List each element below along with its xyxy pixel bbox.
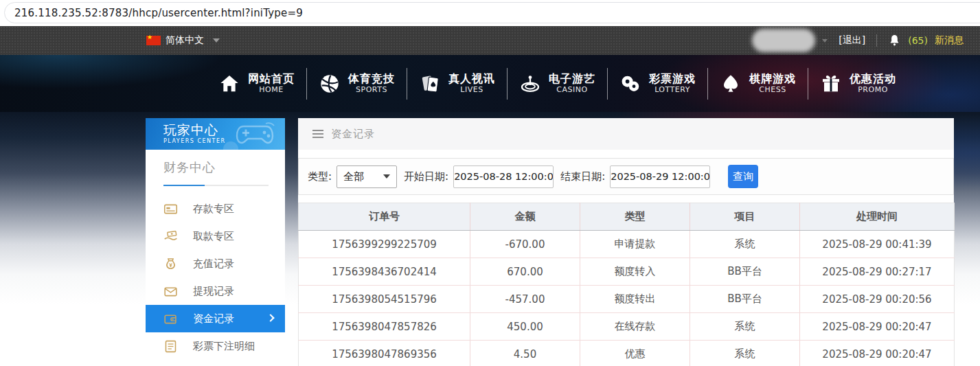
nav-label-zh: 真人视讯 [448, 72, 495, 85]
nav-divider [607, 68, 608, 100]
sidebar-item-label: 彩票下注明细 [193, 340, 255, 353]
sidebar-item-withdraw-zone[interactable]: 取款专区 [146, 222, 285, 250]
bell-icon[interactable] [888, 34, 901, 47]
envelope-money-icon [163, 284, 178, 299]
funds-records-table: 订单号 金额 类型 项目 处理时间 1756399299225709 -670.… [298, 203, 955, 366]
order-no-cell: 1756398047857826 [299, 313, 470, 341]
nav-item-sports[interactable]: 体育竞技 SPORTS [319, 72, 395, 95]
type-cell: 优惠 [580, 341, 690, 366]
nav-label-zh: 体育竞技 [348, 72, 395, 85]
roulette-icon [519, 73, 541, 95]
china-flag-icon: ★ [146, 36, 161, 45]
amount-cell: -670.00 [470, 231, 580, 258]
end-date-input[interactable] [610, 165, 710, 188]
hamburger-icon[interactable] [312, 130, 323, 138]
nav-item-lives[interactable]: 真人视讯 LIVES [419, 72, 495, 95]
type-label: 类型: [308, 170, 332, 183]
nav-label-zh: 彩票游戏 [649, 72, 696, 85]
sidebar-section: 财务中心 [146, 150, 285, 186]
time-cell: 2025-08-29 00:41:39 [800, 231, 955, 258]
end-date-label: 结束日期: [560, 170, 605, 183]
type-cell: 额度转出 [580, 286, 690, 313]
wallet-icon [163, 312, 178, 326]
sidebar-item-deposit-zone[interactable]: 存款专区 [146, 195, 285, 222]
table-row: 1756398054515796 -457.00 额度转出 BB平台 2025-… [299, 286, 955, 313]
nav-item-lottery[interactable]: 彩票游戏 LOTTERY [619, 72, 696, 95]
time-cell: 2025-08-29 00:20:47 [800, 341, 955, 366]
deposit-card-icon [163, 202, 178, 216]
sidebar-item-withdrawal-records[interactable]: 提现记录 [146, 277, 285, 305]
col-header-process-time: 处理时间 [800, 203, 955, 231]
nav-item-chess[interactable]: 棋牌游戏 CHESS [720, 72, 796, 95]
amount-cell: -457.00 [470, 286, 580, 313]
nav-label-zh: 电子游艺 [549, 72, 595, 85]
sidebar-item-lottery-bet-details[interactable]: 彩票下注明细 [146, 332, 285, 360]
nav-label-en: CASINO [549, 85, 595, 95]
user-menu-caret-icon[interactable] [822, 39, 828, 43]
sidebar-item-label: 取款专区 [193, 230, 234, 243]
nav-label-en: SPORTS [348, 85, 395, 95]
nav-item-casino[interactable]: 电子游艺 CASINO [519, 72, 595, 95]
logout-link[interactable]: [退出] [839, 34, 865, 47]
nav-item-home[interactable]: 网站首页 HOME [218, 72, 295, 95]
nav-label-en: PROMO [850, 85, 896, 95]
hand-money-icon [163, 229, 178, 244]
project-cell: BB平台 [690, 286, 800, 313]
order-no-cell: 1756398054515796 [299, 286, 470, 313]
nav-label-en: CHESS [749, 85, 796, 95]
screen: 216.118.235.52:8783/hhcp/usercenter.html… [0, 0, 980, 366]
col-header-amount: 金额 [470, 203, 580, 231]
url-field[interactable]: 216.118.235.52:8783/hhcp/usercenter.html… [4, 2, 980, 23]
money-bag-icon [163, 257, 178, 271]
sidebar-menu: 存款专区 取款专区 充值记录 [146, 195, 285, 366]
table-row: 1756398047857826 450.00 在线存款 系统 2025-08-… [299, 313, 955, 341]
nav-label-zh: 棋牌游戏 [749, 72, 796, 85]
search-button[interactable]: 查询 [728, 165, 758, 188]
table-row: 1756398047869356 4.50 优惠 系统 2025-08-29 0… [299, 341, 955, 366]
main-navbar: 网站首页 HOME 体育竞技 SPORTS [0, 55, 980, 112]
basketball-icon [319, 73, 341, 95]
account-topbar: ★ 简体中文 [退出] (65) 新消息 [0, 26, 980, 55]
order-no-cell: 1756399299225709 [299, 231, 470, 258]
nav-label-en: LOTTERY [649, 85, 696, 95]
chevron-down-icon [213, 38, 220, 43]
home-icon [218, 73, 240, 95]
message-count[interactable]: (65) [908, 35, 928, 46]
sidebar-item-hall-bet-records[interactable]: 厅馆投注记录 [146, 360, 285, 366]
col-header-type: 类型 [580, 203, 690, 231]
nav-label-en: LIVES [448, 85, 495, 95]
document-icon [163, 339, 178, 354]
order-no-cell: 1756398047869356 [299, 341, 470, 366]
start-date-label: 开始日期: [404, 170, 448, 183]
language-selector[interactable]: ★ 简体中文 [146, 26, 220, 55]
sidebar-item-label: 充值记录 [193, 258, 234, 271]
new-messages-link[interactable]: 新消息 [935, 34, 964, 47]
nav-divider [707, 68, 708, 100]
lottery-balls-icon [619, 73, 641, 95]
section-underline [163, 185, 269, 186]
browser-url-bar: 216.118.235.52:8783/hhcp/usercenter.html… [0, 0, 980, 26]
page-title: 资金记录 [331, 128, 375, 141]
sidebar-item-recharge-records[interactable]: 充值记录 [146, 250, 285, 277]
select-caret-icon [383, 174, 390, 179]
language-label: 简体中文 [166, 34, 204, 47]
nav-divider [507, 68, 508, 100]
start-date-input[interactable] [453, 165, 554, 188]
nav-divider [306, 68, 307, 100]
project-cell: BB平台 [690, 258, 800, 286]
nav-label-zh: 优惠活动 [850, 72, 896, 85]
sidebar-item-funds-records[interactable]: 资金记录 [146, 305, 285, 332]
time-cell: 2025-08-29 00:27:17 [800, 258, 955, 286]
nav-item-promo[interactable]: 优惠活动 PROMO [820, 72, 896, 95]
amount-cell: 450.00 [470, 313, 580, 341]
sidebar-item-label: 提现记录 [193, 285, 234, 298]
col-header-project: 项目 [690, 203, 800, 231]
section-title: 财务中心 [163, 159, 269, 176]
amount-cell: 670.00 [470, 258, 580, 286]
type-cell: 额度转入 [580, 258, 690, 286]
divider [876, 34, 877, 47]
time-cell: 2025-08-29 00:20:56 [800, 286, 955, 313]
nav-label-zh: 网站首页 [248, 72, 295, 85]
nav-divider [808, 68, 808, 100]
type-select[interactable]: 全部 [337, 165, 397, 188]
